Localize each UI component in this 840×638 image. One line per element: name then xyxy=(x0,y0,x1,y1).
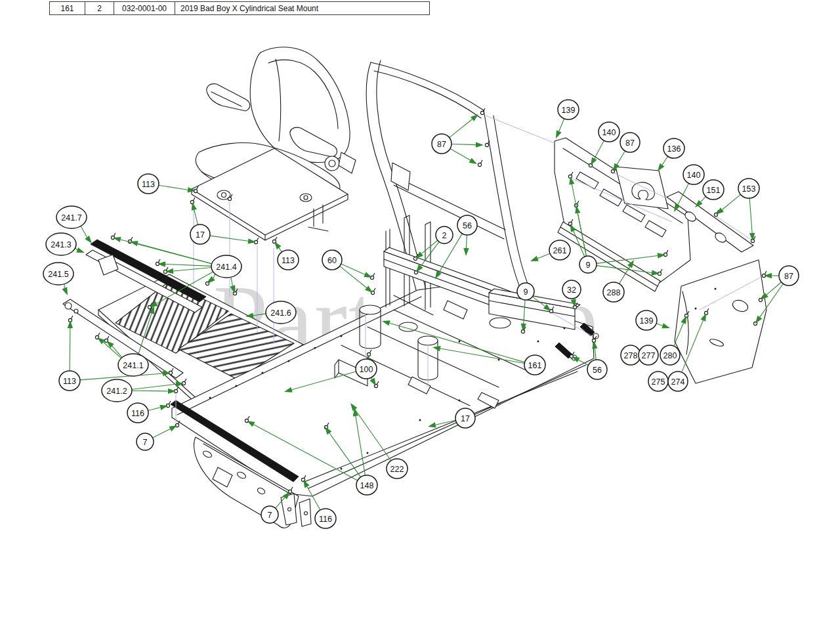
callout-label: 151 xyxy=(707,186,721,195)
callout-label: 7 xyxy=(143,438,148,447)
callout-label: 261 xyxy=(553,246,567,255)
callout-label: 136 xyxy=(667,144,681,154)
callout-113: 113 xyxy=(138,174,159,194)
callout-139: 139 xyxy=(558,100,579,119)
leader-line xyxy=(81,226,87,237)
leader-line xyxy=(80,373,163,380)
callout-label: 140 xyxy=(687,171,701,180)
callout-56: 56 xyxy=(457,215,477,235)
callout-288: 288 xyxy=(603,282,624,302)
callout-label: 56 xyxy=(463,221,472,230)
leader-line xyxy=(138,244,212,264)
callout-label: 113 xyxy=(63,377,76,386)
callout-label: 9 xyxy=(586,261,591,270)
leader-arrowhead-icon xyxy=(469,158,477,164)
callout-277: 277 xyxy=(639,345,658,365)
leader-line xyxy=(701,196,706,202)
callout-153: 153 xyxy=(738,179,759,198)
leader-arrowhead-icon xyxy=(169,425,177,431)
leader-line xyxy=(749,198,752,233)
callout-113: 113 xyxy=(59,371,80,391)
callout-113: 113 xyxy=(278,250,299,270)
callout-116: 116 xyxy=(315,509,336,528)
leader-arrowhead-icon xyxy=(159,405,168,410)
callout-label: 280 xyxy=(663,351,677,360)
callout-label: 9 xyxy=(524,287,528,297)
leader-arrowhead-icon xyxy=(68,320,73,328)
callout-100: 100 xyxy=(356,359,377,379)
callout-label: 87 xyxy=(625,138,635,148)
callout-label: 56 xyxy=(593,366,602,375)
callout-32: 32 xyxy=(562,280,581,299)
leader-arrowhead-icon xyxy=(556,130,562,138)
callout-140: 140 xyxy=(683,165,704,184)
callout-label: 139 xyxy=(562,106,576,115)
callout-136: 136 xyxy=(663,138,684,158)
leader-arrowhead-icon xyxy=(530,256,539,261)
callout-275: 275 xyxy=(648,372,668,391)
leader-arrowhead-icon xyxy=(168,389,176,394)
callout-label: 7 xyxy=(268,511,272,520)
leader-line xyxy=(559,119,564,131)
leader-line xyxy=(452,144,476,144)
callout-label: 274 xyxy=(671,377,685,387)
callout-241.4: 241.4 xyxy=(211,255,242,278)
callout-241.6: 241.6 xyxy=(266,301,296,324)
leader-line xyxy=(662,156,668,165)
leader-arrowhead-icon xyxy=(85,236,92,244)
callout-label: 222 xyxy=(390,465,404,474)
callout-241.3: 241.3 xyxy=(46,233,76,255)
callout-label: 288 xyxy=(607,288,621,297)
exploded-parts-diagram: PartsTree ™ xyxy=(0,0,840,638)
callout-17: 17 xyxy=(190,224,210,244)
leader-line xyxy=(153,429,171,438)
callout-label: 275 xyxy=(652,377,665,387)
callout-label: 87 xyxy=(437,140,446,149)
callout-label: 139 xyxy=(640,316,654,326)
callout-label: 241.2 xyxy=(106,387,127,396)
leader-line xyxy=(450,148,471,160)
leader-line xyxy=(132,384,176,389)
leader-arrowhead-icon xyxy=(97,337,105,345)
callout-label: 17 xyxy=(461,414,470,423)
callout-label: 241.4 xyxy=(216,263,236,272)
callout-87: 87 xyxy=(779,266,799,286)
callout-241.5: 241.5 xyxy=(43,263,74,285)
leader-line xyxy=(537,253,550,258)
callout-label: 116 xyxy=(131,409,144,418)
callout-label: 60 xyxy=(327,256,337,265)
callout-label: 116 xyxy=(319,515,332,524)
callout-label: 241.6 xyxy=(270,308,291,318)
callout-label: 17 xyxy=(196,230,205,240)
seat-assembly-drawing xyxy=(192,47,356,240)
leader-line xyxy=(279,248,282,252)
callout-label: 153 xyxy=(742,184,756,194)
leader-arrowhead-icon xyxy=(274,242,282,249)
callout-274: 274 xyxy=(668,372,688,391)
callout-label: 113 xyxy=(282,256,295,265)
callout-7: 7 xyxy=(136,433,154,450)
leader-line xyxy=(165,264,211,266)
leader-line xyxy=(617,151,625,165)
callout-label: 113 xyxy=(142,180,155,189)
callout-241.2: 241.2 xyxy=(102,379,132,402)
callout-label: 241.5 xyxy=(48,270,68,279)
callout-label: 32 xyxy=(567,286,576,295)
leader-arrowhead-icon xyxy=(716,207,724,215)
callout-label: 148 xyxy=(360,481,374,490)
callout-139: 139 xyxy=(636,310,657,330)
leader-line xyxy=(148,408,161,411)
callout-label: 100 xyxy=(360,365,373,374)
leader-line xyxy=(132,391,168,391)
parts-diagram-page: 161 2 032-0001-00 2019 Bad Boy X Cylindr… xyxy=(0,0,840,638)
callout-2: 2 xyxy=(436,226,453,244)
callout-140: 140 xyxy=(598,122,620,142)
leader-arrowhead-icon xyxy=(476,142,484,147)
callout-7: 7 xyxy=(261,506,278,523)
callout-label: 277 xyxy=(642,351,656,360)
callout-label: 87 xyxy=(784,272,793,281)
callout-278: 278 xyxy=(621,345,640,365)
callout-label: 278 xyxy=(624,351,638,360)
callout-label: 161 xyxy=(528,361,542,370)
leader-arrowhead-icon xyxy=(662,323,670,328)
